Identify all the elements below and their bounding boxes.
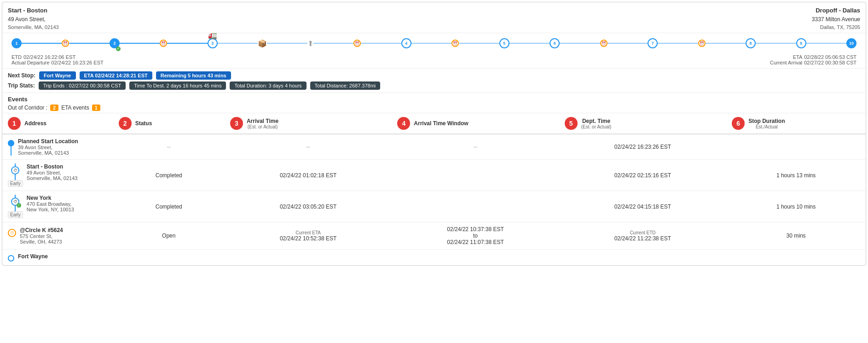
row-0-address-cell: Planned Start Location 39 Avon Street, S… bbox=[2, 134, 113, 160]
col-arrival-label: Arrival Time bbox=[247, 118, 278, 124]
table-row: ⏱ ✓ Early New York 470 East Broadway, Ne… bbox=[2, 191, 866, 222]
row-1-address-cell: ⏱ Early Start - Boston 49 Avon Street, S… bbox=[2, 160, 113, 191]
stop-marker-5: 5 bbox=[499, 38, 509, 48]
row-3-addr1: 575 Center St, bbox=[20, 233, 63, 239]
row-2-dept: 02/24/22 04:15:18 EST bbox=[559, 191, 726, 222]
dropoff-info: Dropoff - Dallas 3337 Milton Avenue Dall… bbox=[812, 6, 860, 31]
eta-section: ETA 02/28/22 05:06:53 CST Current Arriva… bbox=[770, 54, 856, 65]
segment-line bbox=[806, 43, 846, 44]
etd-section: ETD 02/24/22 16:22:06 EST Actual Departu… bbox=[12, 54, 104, 65]
row-3-window-line3: 02/24/22 11:07:38 EST bbox=[397, 239, 553, 245]
row-4-window bbox=[392, 250, 559, 266]
col-header-1: 1 Address bbox=[2, 113, 113, 134]
col-status-label: Status bbox=[135, 120, 152, 127]
time-to-dest-badge: Time To Dest. 2 days 16 hours 45 mins bbox=[129, 81, 226, 90]
row-0-name: Planned Start Location bbox=[18, 138, 78, 145]
row-3-dept: Current ETD 02/24/22 11:22:38 EST bbox=[559, 222, 726, 250]
segment-line bbox=[361, 43, 401, 44]
next-stop-location: Fort Wayne bbox=[39, 71, 76, 80]
row-2-address-cell: ⏱ ✓ Early New York 470 East Broadway, Ne… bbox=[2, 191, 113, 222]
row-3-name: @Circle K #5624 bbox=[20, 227, 63, 233]
row-3-arrival: Current ETA 02/24/22 10:52:38 EST bbox=[225, 222, 392, 250]
row-0-address: Planned Start Location 39 Avon Street, S… bbox=[18, 138, 78, 156]
trip-stats-label: Trip Stats: bbox=[8, 82, 35, 89]
next-stop-eta: ETA 02/24/22 14:28:21 EST bbox=[80, 71, 152, 80]
segment-line bbox=[756, 43, 796, 44]
row-4-status bbox=[113, 250, 225, 266]
start-title: Start - Boston bbox=[8, 6, 59, 15]
stop-v-line-bot bbox=[15, 206, 16, 211]
table-header-row: 1 Address 2 Status 3 bbox=[2, 113, 866, 134]
col-header-5: 5 Dept. Time (Est. or Actual) bbox=[559, 113, 726, 134]
clock-marker: ⏰ bbox=[451, 40, 459, 47]
next-stop-label: Next Stop: bbox=[8, 72, 35, 79]
row-3-window-line2: to bbox=[397, 233, 553, 239]
eta-events-label: ETA events bbox=[61, 105, 89, 111]
segment-line bbox=[658, 43, 698, 44]
stop-marker-6: 6 bbox=[550, 38, 560, 48]
info-rows: Next Stop: Fort Wayne ETA 02/24/22 14:28… bbox=[2, 69, 866, 93]
clock-stop-icon: ⏱ bbox=[11, 166, 19, 174]
row-1-dept: 02/24/22 02:15:16 EST bbox=[559, 160, 726, 191]
row-4-arrival bbox=[225, 250, 392, 266]
stop-marker-1: 1 bbox=[12, 38, 22, 48]
row-0-dept: 02/24/22 16:23:26 EST bbox=[559, 134, 726, 160]
actual-departure-value: 02/24/22 16:23:26 EST bbox=[52, 60, 104, 65]
col-dept-circle: 5 bbox=[565, 117, 578, 130]
route-stops-row: 1 ⏰ 2 ✓ ⏰ 🚛 3 📦 bbox=[12, 37, 856, 50]
next-stop-row: Next Stop: Fort Wayne ETA 02/24/22 14:28… bbox=[8, 71, 860, 80]
segment-line bbox=[69, 43, 109, 44]
eta-label: ETA bbox=[793, 54, 803, 60]
row-2-status: Completed bbox=[113, 191, 225, 222]
clock-marker: ⏰ bbox=[62, 40, 69, 47]
row-4-address: Fort Wayne bbox=[18, 253, 48, 260]
row-1-name: Start - Boston bbox=[27, 163, 78, 170]
out-of-corridor-label: Out of Corridor : bbox=[8, 105, 47, 111]
stop-marker-3: 🚛 3 bbox=[208, 38, 218, 48]
segment-line bbox=[313, 43, 353, 44]
col-duration-label: Stop Duration bbox=[748, 118, 785, 124]
segment-line bbox=[167, 43, 207, 44]
stop-marker-8: 8 bbox=[746, 38, 756, 48]
current-arrival-label: Current Arrival bbox=[770, 60, 802, 65]
segment-line bbox=[22, 43, 62, 44]
stops-table: 1 Address 2 Status 3 bbox=[2, 113, 866, 265]
row-0-addr1: 39 Avon Street, bbox=[18, 145, 78, 150]
stop-marker-10: 10 bbox=[846, 38, 856, 48]
events-title: Events bbox=[8, 96, 860, 103]
clock-marker: ⏰ bbox=[353, 40, 361, 47]
row-3-window-line1: 02/24/22 10:37:38 EST bbox=[397, 226, 553, 233]
eta-row: ETA 02/28/22 05:06:53 CST bbox=[770, 54, 856, 60]
segment-line bbox=[267, 43, 307, 44]
row-3-city: Seville, OH, 44273 bbox=[20, 239, 63, 244]
etd-value: 02/24/22 16:22:06 EST bbox=[23, 54, 75, 60]
start-info: Start - Boston 49 Avon Street, Somervill… bbox=[8, 6, 59, 31]
start-address: 49 Avon Street, bbox=[8, 15, 59, 23]
row-2-duration: 1 hours 10 mins bbox=[726, 191, 866, 222]
segment-line bbox=[120, 43, 160, 44]
col-header-6: 6 Stop Duration Est./Actual bbox=[726, 113, 866, 134]
row-4-name: Fort Wayne bbox=[18, 253, 48, 260]
clock-marker: ⏰ bbox=[600, 40, 608, 47]
truck-icon: 🚛 bbox=[208, 31, 217, 40]
col-header-3: 3 Arrival Time (Est. or Actual) bbox=[225, 113, 392, 134]
start-city: Somerville, MA, 02143 bbox=[8, 23, 59, 31]
segment-line bbox=[459, 43, 499, 44]
col-window-circle: 4 bbox=[397, 117, 410, 130]
col-num-circle: 1 bbox=[8, 117, 21, 130]
stop-dot-filled bbox=[8, 140, 14, 146]
stop-v-line-bot bbox=[15, 174, 16, 180]
segment-line bbox=[608, 43, 648, 44]
events-row: Out of Corridor : 2 ETA events 1 bbox=[8, 105, 860, 111]
segment-line bbox=[706, 43, 746, 44]
row-1-arrival: 02/24/22 01:02:18 EST bbox=[225, 160, 392, 191]
stops-table-container: 1 Address 2 Status 3 bbox=[2, 113, 866, 265]
package-marker: 📦 bbox=[258, 39, 267, 48]
col-dept-label: Dept. Time bbox=[582, 118, 610, 124]
row-2-name: New York bbox=[27, 195, 74, 201]
dropoff-address: 3337 Milton Avenue bbox=[812, 15, 860, 23]
etd-label: ETD bbox=[12, 54, 22, 60]
main-container: Start - Boston 49 Avon Street, Somervill… bbox=[2, 2, 866, 266]
dropoff-title: Dropoff - Dallas bbox=[812, 6, 860, 15]
segment-line bbox=[509, 43, 550, 44]
